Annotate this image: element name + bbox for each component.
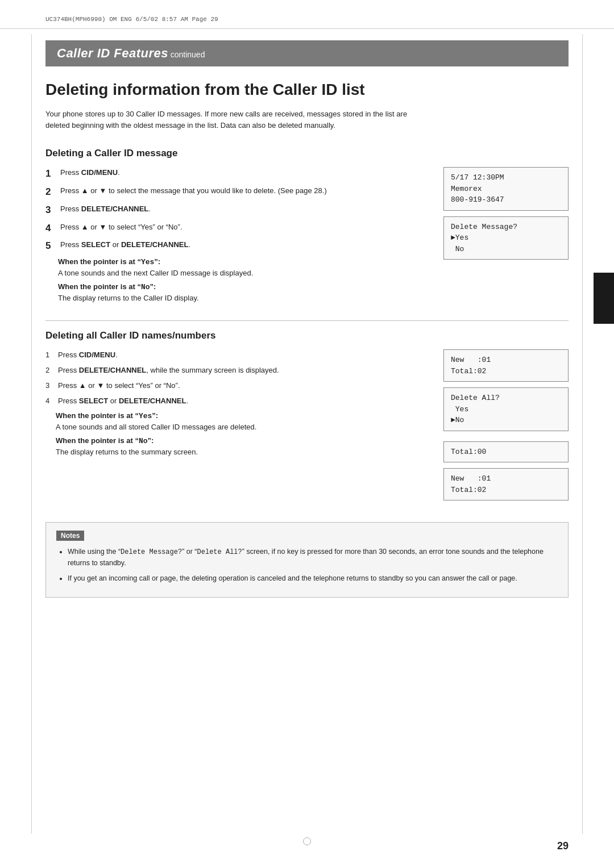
substep-num-4: 4 [45, 395, 56, 407]
step-text-5: Press SELECT or DELETE/CHANNEL. [60, 239, 190, 251]
reg-mark-bottom [303, 837, 311, 845]
substep-num-1: 1 [45, 349, 56, 361]
section-main-title: Caller ID Features [57, 46, 168, 60]
steps-area-2: 1 Press CID/MENU. 2 Press DELETE/CHANNEL… [45, 349, 569, 506]
step-text-4: Press ▲ or ▼ to select “Yes” or “No”. [60, 222, 182, 233]
step-5: 5 Press SELECT or DELETE/CHANNEL. [45, 239, 426, 253]
step-text-3: Press DELETE/CHANNEL. [60, 203, 151, 215]
screen-box-2b: Delete All? Yes ►No [443, 387, 569, 431]
when-no-1: When the pointer is at “No”: The display… [58, 282, 426, 304]
section-header-bar: Caller ID Features continued [45, 40, 569, 66]
when-yes-title-1: When the pointer is at “Yes”: [58, 257, 426, 266]
section-divider [45, 320, 569, 321]
substep-3: 3 Press ▲ or ▼ to select “Yes” or “No”. [45, 380, 426, 392]
step-text-1: Press CID/MENU. [60, 167, 120, 179]
subsection-deleting-all: Deleting all Caller ID names/numbers 1 P… [45, 330, 569, 506]
step-1: 1 Press CID/MENU. [45, 167, 426, 181]
steps-left-2: 1 Press CID/MENU. 2 Press DELETE/CHANNEL… [45, 349, 426, 506]
step-num-3: 3 [45, 203, 58, 217]
steps-area-1: 1 Press CID/MENU. 2 Press ▲ or ▼ to sele… [45, 167, 569, 307]
step-num-5: 5 [45, 239, 58, 253]
when-no-title-2: When the pointer is at “No”: [56, 436, 426, 445]
step-4: 4 Press ▲ or ▼ to select “Yes” or “No”. [45, 222, 426, 235]
screen-box-1b: Delete Message? ►Yes No [443, 216, 569, 260]
substep-text-3: Press ▲ or ▼ to select “Yes” or “No”. [58, 380, 180, 392]
left-margin-line [31, 34, 32, 834]
meta-line: UC374BH(MPH6990) OM ENG 6/5/02 8:57 AM P… [45, 16, 218, 23]
when-no-desc-1: The display returns to the Caller ID dis… [58, 293, 426, 304]
step-num-2: 2 [45, 185, 58, 199]
when-yes-desc-1: A tone sounds and the next Caller ID mes… [58, 268, 426, 279]
header-line: UC374BH(MPH6990) OM ENG 6/5/02 8:57 AM P… [0, 0, 614, 29]
step-2: 2 Press ▲ or ▼ to select the message tha… [45, 185, 426, 199]
when-no-2: When the pointer is at “No”: The display… [56, 436, 426, 458]
subsection1-title: Deleting a Caller ID message [45, 148, 569, 159]
screen-box-2c: Total:00 [443, 441, 569, 463]
substep-text-4: Press SELECT or DELETE/CHANNEL. [58, 395, 188, 407]
screen-box-1a: 5/17 12:30PM Memorex 800-919-3647 [443, 167, 569, 211]
notes-box: Notes While using the “Delete Message?” … [45, 522, 569, 597]
step-3: 3 Press DELETE/CHANNEL. [45, 203, 426, 217]
when-no-desc-2: The display returns to the summary scree… [56, 446, 426, 458]
notes-item-2: If you get an incoming call or page, the… [68, 573, 558, 584]
notes-label: Notes [56, 531, 84, 541]
step-num-1: 1 [45, 167, 58, 181]
steps-left-1: 1 Press CID/MENU. 2 Press ▲ or ▼ to sele… [45, 167, 426, 307]
section-continued: continued [171, 50, 205, 59]
subsection-deleting-message: Deleting a Caller ID message 1 Press CID… [45, 148, 569, 307]
subsection2-title: Deleting all Caller ID names/numbers [45, 330, 569, 341]
content-area: Caller ID Features continued Deleting in… [0, 29, 614, 632]
screen-box-2a: New :01 Total:02 [443, 349, 569, 382]
when-yes-desc-2: A tone sounds and all stored Caller ID m… [56, 422, 426, 433]
step-text-2: Press ▲ or ▼ to select the message that … [60, 185, 327, 197]
substep-2: 2 Press DELETE/CHANNEL, while the summar… [45, 365, 426, 377]
right-margin-line [582, 34, 583, 834]
substep-num-3: 3 [45, 380, 56, 392]
notes-list: While using the “Delete Message?” or “De… [56, 546, 558, 584]
intro-text: Your phone stores up to 30 Caller ID mes… [45, 108, 432, 132]
screens-right-1: 5/17 12:30PM Memorex 800-919-3647 Delete… [443, 167, 569, 307]
substep-1: 1 Press CID/MENU. [45, 349, 426, 361]
notes-item-1: While using the “Delete Message?” or “De… [68, 546, 558, 569]
when-yes-2: When the pointer is at “Yes”: A tone sou… [56, 411, 426, 433]
screen-box-2d: New :01 Total:02 [443, 468, 569, 500]
page-wrapper: UC374BH(MPH6990) OM ENG 6/5/02 8:57 AM P… [0, 0, 614, 868]
when-yes-1: When the pointer is at “Yes”: A tone sou… [58, 257, 426, 279]
page-title: Deleting information from the Caller ID … [45, 80, 569, 99]
page-number: 29 [557, 840, 569, 852]
substep-4: 4 Press SELECT or DELETE/CHANNEL. [45, 395, 426, 407]
step-num-4: 4 [45, 222, 58, 235]
when-no-title-1: When the pointer is at “No”: [58, 282, 426, 291]
substep-text-1: Press CID/MENU. [58, 349, 118, 361]
substep-num-2: 2 [45, 365, 56, 377]
substep-text-2: Press DELETE/CHANNEL, while the summary … [58, 365, 279, 377]
screens-right-2: New :01 Total:02 Delete All? Yes ►No Tot… [443, 349, 569, 506]
black-tab [594, 273, 614, 324]
when-yes-title-2: When the pointer is at “Yes”: [56, 411, 426, 420]
